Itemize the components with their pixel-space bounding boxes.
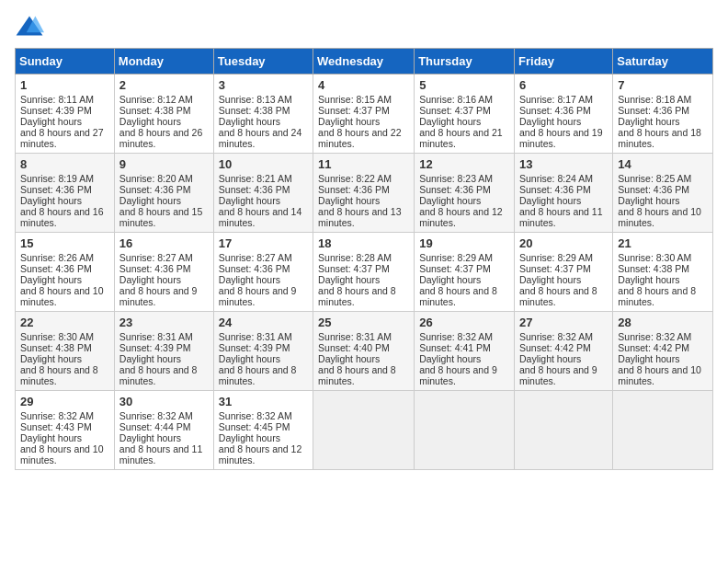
calendar-cell xyxy=(613,391,713,470)
calendar-week-4: 22 Sunrise: 8:30 AM Sunset: 4:38 PM Dayl… xyxy=(16,312,713,391)
daylight-value: and 8 hours and 13 minutes. xyxy=(318,206,402,228)
daylight-label: Daylight hours xyxy=(219,353,280,364)
daylight-label: Daylight hours xyxy=(20,195,82,206)
daylight-value: and 8 hours and 11 minutes. xyxy=(119,443,203,465)
day-number: 16 xyxy=(119,236,209,250)
sunrise-label: Sunrise: 8:32 AM xyxy=(519,331,593,342)
calendar-week-5: 29 Sunrise: 8:32 AM Sunset: 4:43 PM Dayl… xyxy=(16,391,713,470)
calendar-cell: 28 Sunrise: 8:32 AM Sunset: 4:42 PM Dayl… xyxy=(613,312,713,391)
calendar-cell: 27 Sunrise: 8:32 AM Sunset: 4:42 PM Dayl… xyxy=(515,312,613,391)
calendar-cell xyxy=(515,391,613,470)
sunset-label: Sunset: 4:36 PM xyxy=(219,184,290,195)
daylight-value: and 8 hours and 21 minutes. xyxy=(419,127,503,149)
sunrise-label: Sunrise: 8:18 AM xyxy=(618,94,691,105)
daylight-value: and 8 hours and 12 minutes. xyxy=(419,206,503,228)
daylight-label: Daylight hours xyxy=(618,116,679,127)
sunrise-label: Sunrise: 8:26 AM xyxy=(20,252,94,263)
daylight-label: Daylight hours xyxy=(419,353,481,364)
sunrise-label: Sunrise: 8:22 AM xyxy=(318,173,392,184)
daylight-value: and 8 hours and 8 minutes. xyxy=(618,285,696,307)
sunset-label: Sunset: 4:40 PM xyxy=(318,342,390,353)
calendar-week-2: 8 Sunrise: 8:19 AM Sunset: 4:36 PM Dayli… xyxy=(16,154,713,233)
daylight-label: Daylight hours xyxy=(219,116,280,127)
calendar-cell xyxy=(415,391,515,470)
daylight-label: Daylight hours xyxy=(219,432,280,443)
calendar-cell: 22 Sunrise: 8:30 AM Sunset: 4:38 PM Dayl… xyxy=(16,312,115,391)
sunset-label: Sunset: 4:36 PM xyxy=(618,184,689,195)
sunrise-label: Sunrise: 8:31 AM xyxy=(318,331,392,342)
day-number: 1 xyxy=(20,78,109,92)
daylight-value: and 8 hours and 22 minutes. xyxy=(318,127,402,149)
daylight-label: Daylight hours xyxy=(119,274,181,285)
day-number: 13 xyxy=(519,157,608,171)
daylight-label: Daylight hours xyxy=(618,353,679,364)
daylight-label: Daylight hours xyxy=(318,195,380,206)
daylight-label: Daylight hours xyxy=(519,195,581,206)
day-number: 15 xyxy=(20,236,109,250)
calendar-cell: 8 Sunrise: 8:19 AM Sunset: 4:36 PM Dayli… xyxy=(16,154,115,233)
calendar-cell: 11 Sunrise: 8:22 AM Sunset: 4:36 PM Dayl… xyxy=(313,154,415,233)
daylight-label: Daylight hours xyxy=(618,195,679,206)
day-number: 6 xyxy=(519,78,608,92)
daylight-value: and 8 hours and 8 minutes. xyxy=(219,364,297,386)
daylight-value: and 8 hours and 10 minutes. xyxy=(618,364,701,386)
day-number: 10 xyxy=(219,157,308,171)
day-number: 4 xyxy=(318,78,409,92)
daylight-value: and 8 hours and 18 minutes. xyxy=(618,127,701,149)
daylight-value: and 8 hours and 26 minutes. xyxy=(119,127,203,149)
daylight-label: Daylight hours xyxy=(119,432,181,443)
day-number: 14 xyxy=(618,157,708,171)
sunrise-label: Sunrise: 8:12 AM xyxy=(119,94,193,105)
day-number: 19 xyxy=(419,236,509,250)
sunset-label: Sunset: 4:38 PM xyxy=(219,105,290,116)
col-header-sunday: Sunday xyxy=(16,49,115,75)
day-number: 5 xyxy=(419,78,509,92)
sunrise-label: Sunrise: 8:32 AM xyxy=(419,331,493,342)
calendar-week-1: 1 Sunrise: 8:11 AM Sunset: 4:39 PM Dayli… xyxy=(16,75,713,154)
sunrise-label: Sunrise: 8:21 AM xyxy=(219,173,292,184)
daylight-label: Daylight hours xyxy=(419,195,481,206)
sunset-label: Sunset: 4:36 PM xyxy=(219,263,290,274)
daylight-value: and 8 hours and 14 minutes. xyxy=(219,206,302,228)
calendar-cell: 30 Sunrise: 8:32 AM Sunset: 4:44 PM Dayl… xyxy=(114,391,213,470)
sunrise-label: Sunrise: 8:15 AM xyxy=(318,94,392,105)
day-number: 24 xyxy=(219,316,308,329)
sunrise-label: Sunrise: 8:31 AM xyxy=(219,331,292,342)
calendar-header-row: SundayMondayTuesdayWednesdayThursdayFrid… xyxy=(16,49,713,75)
calendar-cell: 23 Sunrise: 8:31 AM Sunset: 4:39 PM Dayl… xyxy=(114,312,213,391)
daylight-value: and 8 hours and 27 minutes. xyxy=(20,127,104,149)
day-number: 26 xyxy=(419,316,509,329)
calendar-week-3: 15 Sunrise: 8:26 AM Sunset: 4:36 PM Dayl… xyxy=(16,233,713,312)
sunset-label: Sunset: 4:39 PM xyxy=(119,342,191,353)
calendar-cell: 13 Sunrise: 8:24 AM Sunset: 4:36 PM Dayl… xyxy=(515,154,613,233)
daylight-value: and 8 hours and 9 minutes. xyxy=(419,364,497,386)
daylight-value: and 8 hours and 10 minutes. xyxy=(20,443,104,465)
sunset-label: Sunset: 4:37 PM xyxy=(318,263,390,274)
logo-icon xyxy=(15,15,44,37)
sunrise-label: Sunrise: 8:11 AM xyxy=(20,94,94,105)
calendar-cell: 4 Sunrise: 8:15 AM Sunset: 4:37 PM Dayli… xyxy=(313,75,415,154)
daylight-value: and 8 hours and 9 minutes. xyxy=(219,285,297,307)
daylight-label: Daylight hours xyxy=(419,274,481,285)
daylight-value: and 8 hours and 19 minutes. xyxy=(519,127,603,149)
day-number: 3 xyxy=(219,78,308,92)
daylight-value: and 8 hours and 24 minutes. xyxy=(219,127,302,149)
calendar-cell: 6 Sunrise: 8:17 AM Sunset: 4:36 PM Dayli… xyxy=(515,75,613,154)
calendar-cell: 21 Sunrise: 8:30 AM Sunset: 4:38 PM Dayl… xyxy=(613,233,713,312)
day-number: 20 xyxy=(519,236,608,250)
sunrise-label: Sunrise: 8:28 AM xyxy=(318,252,392,263)
col-header-friday: Friday xyxy=(515,49,613,75)
daylight-label: Daylight hours xyxy=(20,116,82,127)
daylight-value: and 8 hours and 8 minutes. xyxy=(318,364,396,386)
calendar-cell: 7 Sunrise: 8:18 AM Sunset: 4:36 PM Dayli… xyxy=(613,75,713,154)
day-number: 27 xyxy=(519,316,608,329)
sunset-label: Sunset: 4:37 PM xyxy=(419,263,491,274)
sunset-label: Sunset: 4:45 PM xyxy=(219,421,290,432)
daylight-value: and 8 hours and 12 minutes. xyxy=(219,443,302,465)
daylight-value: and 8 hours and 8 minutes. xyxy=(519,285,597,307)
day-number: 8 xyxy=(20,157,109,171)
day-number: 11 xyxy=(318,157,409,171)
calendar-cell: 5 Sunrise: 8:16 AM Sunset: 4:37 PM Dayli… xyxy=(415,75,515,154)
calendar: SundayMondayTuesdayWednesdayThursdayFrid… xyxy=(15,48,713,470)
sunset-label: Sunset: 4:36 PM xyxy=(519,105,591,116)
